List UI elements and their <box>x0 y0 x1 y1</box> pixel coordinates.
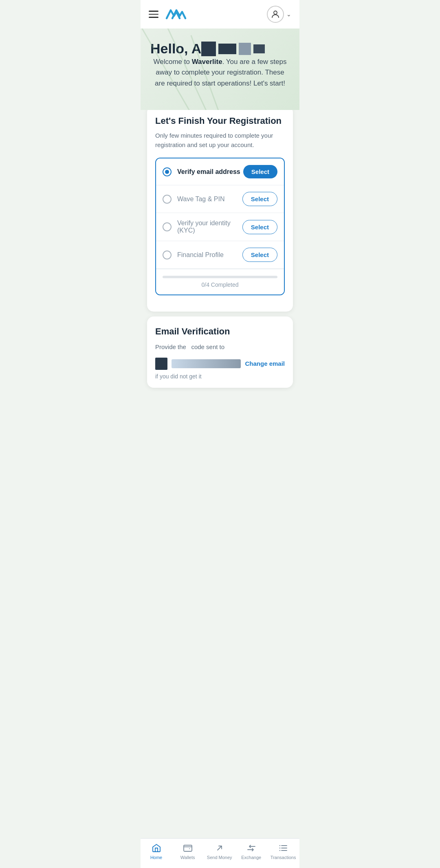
header: ⌄ <box>141 0 299 29</box>
change-email-link[interactable]: Change email <box>245 360 285 367</box>
step-select-financial[interactable]: Select <box>242 248 277 262</box>
email-not-received: if you did not get it <box>155 373 285 380</box>
hero-description: Welcome to Waverlite. You are a few step… <box>150 57 290 89</box>
email-redacted-address <box>172 359 241 368</box>
step-label-verify-email: Verify email address <box>177 168 243 176</box>
registration-description: Only few minutes required to complete yo… <box>155 131 285 149</box>
step-kyc: Verify your identity (KYC) Select <box>156 213 284 241</box>
step-radio-wave-tag <box>163 195 172 204</box>
progress-bar-background <box>163 276 277 278</box>
step-select-wave-tag[interactable]: Select <box>242 192 277 206</box>
step-select-verify-email[interactable]: Select <box>243 165 277 178</box>
main-content: Let's Finish Your Registration Only few … <box>141 106 299 433</box>
svg-point-0 <box>274 11 277 14</box>
email-info-row: Change email <box>155 358 285 370</box>
email-verification-title: Email Verification <box>155 326 285 337</box>
avatar[interactable] <box>267 6 284 23</box>
email-verification-desc: Provide the code sent to <box>155 343 285 352</box>
progress-text: 0/4 Completed <box>163 281 277 288</box>
step-radio-verify-email <box>163 167 172 176</box>
step-financial-profile: Financial Profile Select <box>156 241 284 269</box>
logo <box>165 7 189 22</box>
hero-section: Hello, A Welcome to Waverlite. You are a… <box>141 29 299 110</box>
email-verification-card: Email Verification Provide the code sent… <box>147 316 293 388</box>
step-label-financial: Financial Profile <box>177 251 242 259</box>
registration-card: Let's Finish Your Registration Only few … <box>147 106 293 312</box>
hamburger-menu[interactable] <box>149 11 158 18</box>
chevron-down-icon: ⌄ <box>286 11 291 18</box>
step-radio-kyc <box>163 222 172 231</box>
brand-name: Waverlite <box>192 58 222 66</box>
header-right: ⌄ <box>267 6 291 23</box>
step-label-wave-tag: Wave Tag & PIN <box>177 196 242 203</box>
step-select-kyc[interactable]: Select <box>242 220 277 234</box>
step-wave-tag: Wave Tag & PIN Select <box>156 185 284 213</box>
registration-title: Let's Finish Your Registration <box>155 116 285 126</box>
header-left <box>149 7 189 22</box>
progress-section: 0/4 Completed <box>156 269 284 294</box>
steps-box: Verify email address Select Wave Tag & P… <box>155 158 285 295</box>
step-label-kyc: Verify your identity (KYC) <box>177 220 242 234</box>
step-verify-email: Verify email address Select <box>156 158 284 185</box>
email-icon-block <box>155 358 167 370</box>
step-radio-financial <box>163 251 172 259</box>
